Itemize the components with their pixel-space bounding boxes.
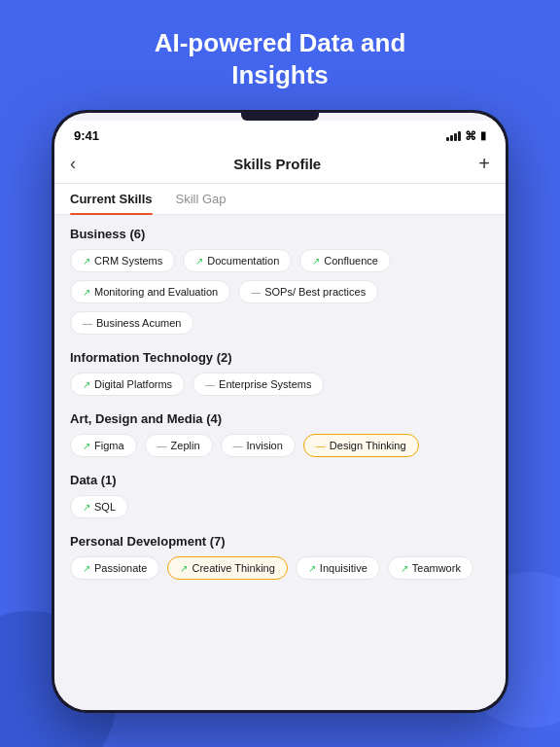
dash-icon: — xyxy=(158,441,167,451)
trend-up-icon: ↗ xyxy=(401,563,408,574)
status-time: 9:41 xyxy=(74,128,99,143)
trend-up-icon: ↗ xyxy=(83,502,90,513)
tag-teamwork[interactable]: ↗Teamwork xyxy=(388,556,473,580)
tag-crm-systems[interactable]: ↗CRM Systems xyxy=(70,249,175,272)
tag-sql[interactable]: ↗SQL xyxy=(70,495,128,518)
section-art-design-tags: ↗Figma —Zeplin —Invision —Design Thinkin… xyxy=(70,434,490,457)
tag-business-acumen[interactable]: —Business Acumen xyxy=(70,311,193,335)
tab-skill-gap[interactable]: Skill Gap xyxy=(176,184,227,214)
section-art-design: Art, Design and Media (4) ↗Figma —Zeplin… xyxy=(70,411,490,457)
tablet-frame: 9:41 ⌘ ▮ ‹ Skills Profile + Current Skil… xyxy=(52,110,508,713)
nav-title: Skills Profile xyxy=(233,156,321,172)
section-art-design-title: Art, Design and Media (4) xyxy=(70,411,490,426)
tag-figma[interactable]: ↗Figma xyxy=(70,434,137,457)
section-personal-dev-title: Personal Development (7) xyxy=(70,534,490,549)
trend-up-icon: ↗ xyxy=(195,256,203,267)
section-data: Data (1) ↗SQL xyxy=(70,473,490,518)
section-business-tags: ↗CRM Systems ↗Documentation ↗Confluence … xyxy=(70,249,490,335)
trend-up-icon: ↗ xyxy=(83,287,90,298)
section-it-title: Information Technology (2) xyxy=(70,350,490,365)
tag-zeplin[interactable]: —Zeplin xyxy=(145,434,213,457)
section-business: Business (6) ↗CRM Systems ↗Documentation… xyxy=(70,227,490,335)
section-it: Information Technology (2) ↗Digital Plat… xyxy=(70,350,490,396)
dash-icon: — xyxy=(233,441,243,451)
status-icons: ⌘ ▮ xyxy=(446,129,486,143)
trend-up-icon: ↗ xyxy=(83,379,90,390)
battery-icon: ▮ xyxy=(480,129,486,142)
back-button[interactable]: ‹ xyxy=(70,154,76,174)
tag-design-thinking[interactable]: —Design Thinking xyxy=(303,434,419,457)
trend-up-icon: ↗ xyxy=(83,256,90,267)
content-area: Business (6) ↗CRM Systems ↗Documentation… xyxy=(54,215,506,710)
tag-monitoring[interactable]: ↗Monitoring and Evaluation xyxy=(70,280,230,303)
tab-bar: Current Skills Skill Gap xyxy=(54,184,506,215)
tag-enterprise-systems[interactable]: —Enterprise Systems xyxy=(192,373,324,396)
trend-up-icon: ↗ xyxy=(308,563,316,574)
tablet-inner: 9:41 ⌘ ▮ ‹ Skills Profile + Current Skil… xyxy=(54,113,506,710)
dash-icon: — xyxy=(205,379,215,390)
section-personal-dev-tags: ↗Passionate ↗Creative Thinking ↗Inquisit… xyxy=(70,556,490,580)
section-it-tags: ↗Digital Platforms —Enterprise Systems xyxy=(70,373,490,396)
tag-creative-thinking[interactable]: ↗Creative Thinking xyxy=(167,556,287,580)
tag-invision[interactable]: —Invision xyxy=(221,434,296,457)
nav-bar: ‹ Skills Profile + xyxy=(54,147,506,184)
tag-documentation[interactable]: ↗Documentation xyxy=(183,249,292,272)
trend-up-icon: ↗ xyxy=(180,563,188,574)
tag-digital-platforms[interactable]: ↗Digital Platforms xyxy=(70,373,185,396)
add-button[interactable]: + xyxy=(478,153,490,175)
section-business-title: Business (6) xyxy=(70,227,490,241)
section-personal-dev: Personal Development (7) ↗Passionate ↗Cr… xyxy=(70,534,490,580)
signal-icon xyxy=(446,131,461,141)
dash-icon: — xyxy=(83,318,92,329)
tag-sops[interactable]: —SOPs/ Best practices xyxy=(238,280,378,303)
trend-up-icon: ↗ xyxy=(83,563,90,574)
dash-icon: — xyxy=(251,287,261,298)
status-bar: 9:41 ⌘ ▮ xyxy=(54,121,506,147)
section-data-title: Data (1) xyxy=(70,473,490,487)
section-data-tags: ↗SQL xyxy=(70,495,490,518)
page-header: AI-powered Data and Insights xyxy=(0,0,560,110)
dash-icon: — xyxy=(316,441,326,451)
trend-up-icon: ↗ xyxy=(312,256,320,267)
tag-passionate[interactable]: ↗Passionate xyxy=(70,556,159,580)
tag-confluence[interactable]: ↗Confluence xyxy=(299,249,391,272)
trend-up-icon: ↗ xyxy=(83,441,90,451)
camera-notch xyxy=(241,113,319,121)
wifi-icon: ⌘ xyxy=(465,129,476,143)
tab-current-skills[interactable]: Current Skills xyxy=(70,184,153,214)
tag-inquisitive[interactable]: ↗Inquisitive xyxy=(296,556,380,580)
